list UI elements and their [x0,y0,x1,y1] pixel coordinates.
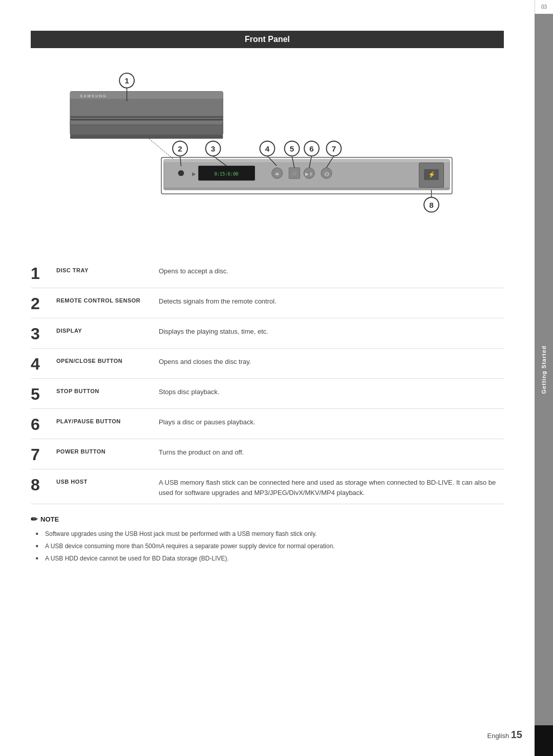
item-desc-7: Turns the product on and off. [159,445,504,458]
diagram-area: SAMSUNG 1 0:15:6:00 ▶ [31,58,504,243]
item-row-1: 1 DISC TRAY Opens to accept a disc. [31,258,504,288]
note-icon: ✏ [31,514,37,524]
item-label-7: POWER BUTTON [56,445,159,455]
svg-text:0:15:6:00: 0:15:6:00 [215,171,239,177]
svg-text:7: 7 [332,144,336,153]
sidebar-accent [535,725,553,756]
item-desc-6: Plays a disc or pauses playback. [159,415,504,427]
note-section: ✏ NOTE Software upgrades using the USB H… [31,514,504,563]
svg-rect-1 [70,135,223,139]
svg-text:□: □ [293,171,296,176]
item-number-4: 4 [31,355,56,372]
diagram-svg: SAMSUNG 1 0:15:6:00 ▶ [31,58,504,243]
svg-text:6: 6 [309,144,314,153]
item-number-8: 8 [31,476,56,493]
note-item-3: A USB HDD device cannot be used for BD D… [36,554,504,563]
item-row-5: 5 STOP BUTTON Stops disc playback. [31,379,504,409]
svg-rect-11 [164,159,450,162]
note-title: ✏ NOTE [31,514,504,524]
svg-rect-5 [70,116,223,118]
svg-text:▶⏸: ▶⏸ [305,171,313,177]
svg-rect-12 [164,187,450,190]
page-footer: English 15 [487,729,522,741]
item-desc-5: Stops disc playback. [159,385,504,397]
item-desc-8: A USB memory flash stick can be connecte… [159,476,504,498]
item-label-6: PLAY/PAUSE BUTTON [56,415,159,424]
svg-text:8: 8 [429,201,434,209]
item-label-5: STOP BUTTON [56,385,159,394]
page-language: English [487,732,509,740]
svg-text:2: 2 [178,144,182,153]
svg-text:1: 1 [124,76,129,85]
item-number-1: 1 [31,264,56,282]
page-number: 15 [511,729,522,740]
item-label-2: REMOTE CONTROL SENSOR [56,294,159,304]
svg-line-28 [149,139,174,159]
item-row-6: 6 PLAY/PAUSE BUTTON Plays a disc or paus… [31,409,504,439]
svg-text:▶: ▶ [192,171,196,177]
note-item-1: Software upgrades using the USB Host jac… [36,529,504,538]
item-number-7: 7 [31,445,56,463]
note-item-2: A USB device consuming more than 500mA r… [36,542,504,551]
item-number-3: 3 [31,325,56,342]
item-row-8: 8 USB HOST A USB memory flash stick can … [31,469,504,504]
svg-point-16 [178,170,184,177]
svg-text:⚡: ⚡ [428,171,436,178]
svg-text:⏏: ⏏ [275,171,280,176]
item-row-7: 7 POWER BUTTON Turns the product on and … [31,439,504,469]
item-desc-2: Detects signals from the remote control. [159,294,504,307]
svg-text:⏻: ⏻ [324,171,329,177]
note-list: Software upgrades using the USB Host jac… [31,529,504,563]
svg-text:5: 5 [290,144,294,153]
note-title-text: NOTE [40,515,59,523]
right-sidebar: 03 Getting Started [535,0,553,756]
item-number-5: 5 [31,385,56,402]
item-number-2: 2 [31,294,56,312]
chapter-number: 03 [535,0,553,14]
descriptions-list: 1 DISC TRAY Opens to accept a disc. 2 RE… [31,258,504,504]
item-desc-3: Displays the playing status, time, etc. [159,325,504,337]
svg-text:SAMSUNG: SAMSUNG [80,94,107,98]
page-container: 03 Getting Started Front Panel SAMSUNG [0,0,553,756]
item-row-2: 2 REMOTE CONTROL SENSOR Detects signals … [31,288,504,318]
item-desc-1: Opens to accept a disc. [159,264,504,276]
item-number-6: 6 [31,415,56,433]
item-label-1: DISC TRAY [56,264,159,273]
section-title: Front Panel [31,31,504,48]
svg-text:4: 4 [265,144,270,153]
svg-text:3: 3 [211,144,216,153]
item-label-3: DISPLAY [56,325,159,334]
chapter-title-sidebar: Getting Started [535,14,553,725]
item-desc-4: Opens and closes the disc tray. [159,355,504,367]
svg-rect-6 [70,119,223,120]
item-row-4: 4 OPEN/CLOSE BUTTON Opens and closes the… [31,349,504,379]
item-label-4: OPEN/CLOSE BUTTON [56,355,159,364]
item-label-8: USB HOST [56,476,159,485]
item-row-3: 3 DISPLAY Displays the playing status, t… [31,318,504,349]
main-content: Front Panel SAMSUNG 1 [31,31,504,563]
